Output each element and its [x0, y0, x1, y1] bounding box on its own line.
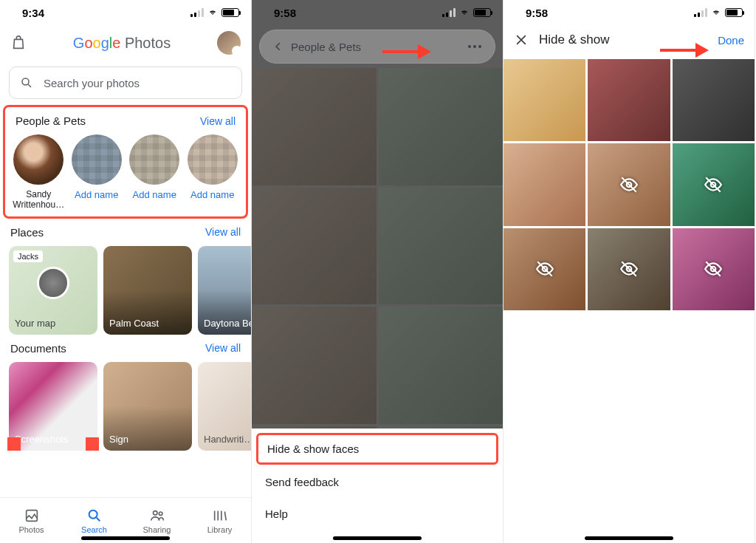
status-icons — [694, 8, 743, 17]
wifi-icon — [458, 8, 470, 17]
more-menu-icon[interactable] — [468, 45, 481, 48]
photo-icon — [24, 508, 40, 524]
page-title: People & Pets — [291, 41, 461, 53]
page-header-pill: People & Pets — [259, 30, 495, 64]
card-label: Sign — [109, 434, 128, 445]
battery-icon — [725, 8, 743, 17]
account-avatar[interactable] — [217, 31, 241, 55]
svg-line-1 — [28, 84, 31, 87]
menu-send-feedback[interactable]: Send feedback — [252, 466, 503, 498]
status-bar: 9:34 — [0, 0, 251, 25]
hidden-eye-icon — [535, 259, 554, 279]
annotation-corner — [86, 437, 99, 451]
status-bar: 9:58 — [252, 0, 503, 25]
panel-search-home: 9:34 Google Photos Search your photos Pe… — [0, 0, 252, 543]
view-all-places[interactable]: View all — [205, 226, 241, 238]
hidden-eye-icon — [619, 175, 639, 194]
status-icons — [190, 8, 239, 17]
document-card[interactable]: Sign — [103, 362, 192, 451]
search-icon — [86, 508, 103, 524]
section-head-places: Places View all — [0, 219, 251, 243]
face-avatar — [72, 134, 122, 185]
menu-help[interactable]: Help — [252, 498, 503, 530]
bottom-sheet: Hide & show faces Send feedback Help — [252, 428, 503, 543]
signal-icon — [190, 8, 204, 17]
add-name-link[interactable]: Add name — [71, 189, 123, 200]
place-card[interactable]: Daytona Be… — [198, 246, 251, 335]
hidden-eye-icon — [704, 175, 723, 194]
hide-show-grid — [504, 59, 755, 310]
face-cell[interactable] — [588, 59, 670, 141]
done-button[interactable]: Done — [718, 34, 744, 47]
hidden-eye-icon — [619, 259, 639, 279]
face-cell[interactable] — [673, 143, 755, 225]
face-item[interactable]: Add name — [128, 134, 181, 211]
card-label: Daytona Be… — [204, 318, 251, 329]
face-item[interactable]: Add name — [71, 134, 123, 211]
face-cell[interactable] — [673, 228, 755, 310]
svg-point-5 — [153, 510, 157, 515]
documents-row: Screenshots Sign Handwriti… — [0, 359, 251, 451]
highlight-people-pets: People & Pets View all Sandy Writtenhou…… — [3, 105, 248, 219]
status-time: 9:58 — [274, 7, 296, 19]
bottom-tab-bar: Photos Search Sharing Library — [0, 497, 251, 543]
add-name-link[interactable]: Add name — [128, 189, 181, 200]
tab-library[interactable]: Library — [188, 498, 251, 543]
wifi-icon — [207, 8, 219, 17]
section-title: Places — [10, 226, 44, 239]
face-cell[interactable] — [588, 228, 670, 310]
status-bar: 9:58 — [504, 0, 755, 25]
your-map-card[interactable]: Jacks Your map — [9, 246, 97, 335]
svg-point-6 — [159, 511, 162, 515]
annotation-corner — [7, 437, 21, 451]
face-cell[interactable] — [504, 228, 585, 310]
section-title: People & Pets — [16, 115, 86, 127]
face-cell[interactable] — [588, 143, 670, 225]
section-head-documents: Documents View all — [0, 335, 251, 359]
search-icon — [20, 76, 33, 89]
card-label: Your map — [15, 318, 55, 329]
people-icon — [149, 508, 165, 524]
back-chevron-icon[interactable] — [273, 41, 284, 52]
section-head-people: People & Pets View all — [5, 107, 246, 132]
card-label: Screenshots — [15, 434, 68, 445]
face-avatar — [13, 134, 63, 185]
face-cell[interactable] — [504, 59, 585, 141]
card-label: Handwriti… — [204, 434, 251, 445]
battery-icon — [473, 8, 491, 17]
panel-people-pets-menu: 9:58 People & Pets Hide & show faces Sen… — [252, 0, 504, 543]
google-photos-logo: Google Photos — [73, 35, 171, 52]
tab-photos[interactable]: Photos — [0, 498, 63, 543]
search-input[interactable]: Search your photos — [9, 66, 242, 99]
close-icon[interactable] — [514, 33, 529, 47]
hide-show-header: Hide & show Done — [504, 25, 755, 55]
view-all-documents[interactable]: View all — [205, 342, 241, 354]
battery-icon — [221, 8, 239, 17]
panel-hide-show: 9:58 Hide & show Done — [504, 0, 755, 543]
home-indicator[interactable] — [81, 536, 170, 540]
face-item[interactable]: Sandy Writtenhou… — [13, 134, 65, 211]
add-name-link[interactable]: Add name — [187, 189, 239, 200]
document-card[interactable]: Screenshots — [9, 362, 97, 451]
faces-row: Sandy Writtenhou… Add name Add name Add … — [5, 132, 246, 211]
face-item[interactable]: Add name — [187, 134, 239, 211]
annotation-arrow — [381, 43, 433, 64]
status-icons — [442, 8, 491, 17]
annotation-arrow — [659, 41, 710, 62]
place-card[interactable]: Palm Coast — [103, 246, 192, 335]
svg-point-0 — [22, 78, 29, 85]
library-icon — [212, 508, 228, 524]
face-cell[interactable] — [504, 143, 585, 225]
svg-line-4 — [96, 517, 100, 521]
section-title: Documents — [10, 342, 66, 355]
document-card[interactable]: Handwriti… — [198, 362, 251, 451]
home-indicator[interactable] — [585, 536, 673, 540]
face-cell[interactable] — [673, 59, 755, 141]
status-time: 9:58 — [526, 7, 548, 19]
menu-hide-show-faces[interactable]: Hide & show faces — [256, 433, 498, 465]
home-indicator[interactable] — [333, 536, 422, 540]
view-all-people[interactable]: View all — [200, 115, 236, 127]
shopping-bag-icon[interactable] — [10, 35, 27, 51]
signal-icon — [694, 8, 707, 17]
wifi-icon — [710, 8, 722, 17]
